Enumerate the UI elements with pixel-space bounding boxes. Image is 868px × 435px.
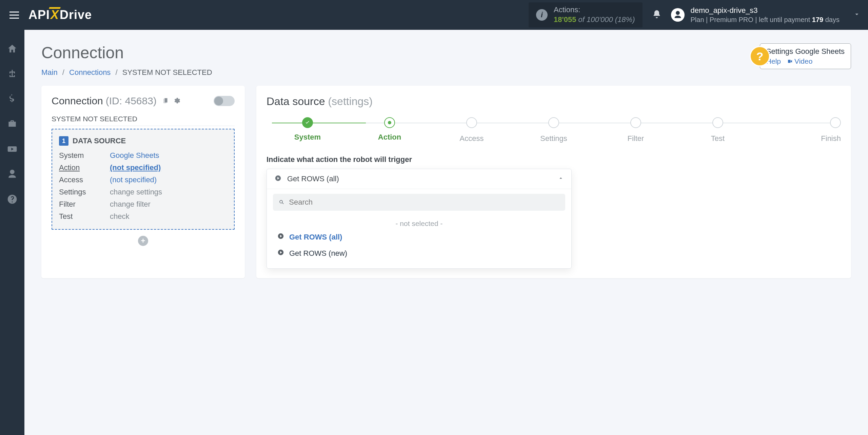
plan-days: 179: [812, 16, 823, 23]
connection-id: (ID: 45683): [106, 95, 157, 107]
right-title: Data source (settings): [267, 95, 841, 108]
sitemap-icon[interactable]: [7, 68, 18, 81]
user-name: demo_apix-drive_s3: [691, 6, 840, 16]
option-get-rows-all-label: Get ROWS (all): [289, 233, 342, 242]
brand-part2: Drive: [60, 8, 92, 22]
step-system-label: System: [267, 133, 349, 142]
row-action-k: Action: [59, 163, 103, 172]
action-select: Get ROWS (all) - not selected - Get ROWS…: [267, 169, 572, 269]
step-finish-label: Finish: [759, 134, 841, 143]
row-system-v[interactable]: Google Sheets: [110, 151, 227, 160]
question-icon[interactable]: [7, 194, 18, 206]
right-title-suffix: (settings): [328, 95, 373, 107]
home-icon[interactable]: [7, 43, 18, 56]
briefcase-icon[interactable]: [7, 119, 18, 131]
chevron-up-icon: [558, 175, 564, 183]
add-step-button[interactable]: +: [138, 236, 148, 246]
row-settings-k: Settings: [59, 188, 103, 196]
step-filter[interactable]: Filter: [595, 117, 677, 143]
user-block[interactable]: demo_apix-drive_s3 Plan | Premium PRO | …: [691, 6, 840, 24]
copy-icon[interactable]: [162, 95, 170, 107]
chevron-down-icon[interactable]: [840, 11, 861, 19]
select-search[interactable]: [273, 194, 565, 211]
plan-b: Premium PRO: [710, 16, 753, 23]
connection-title-text: Connection: [52, 95, 103, 107]
connection-title: Connection (ID: 45683): [52, 95, 235, 107]
help-widget: ? Settings Google Sheets Help Video: [760, 43, 851, 69]
progress-stepper: System Action Access Settings Filter: [267, 117, 841, 143]
row-settings-v[interactable]: change settings: [110, 188, 227, 196]
datasource-label: DATA SOURCE: [73, 137, 126, 145]
nav-sidebar: [0, 30, 24, 435]
video-link-text: Video: [794, 57, 812, 65]
step-filter-label: Filter: [595, 134, 677, 143]
select-dropdown: - not selected - Get ROWS (all) Get ROWS…: [267, 189, 571, 268]
video-icon: [787, 58, 793, 64]
row-test-k: Test: [59, 212, 103, 221]
top-header: API X Drive i Actions: 18'055 of 100'000…: [0, 0, 868, 30]
step-access-label: Access: [431, 134, 513, 143]
connection-subtitle: SYSTEM NOT SELECTED: [52, 115, 235, 126]
search-icon: [278, 199, 285, 206]
page-title: Connection: [41, 43, 851, 62]
brand-x: X: [51, 8, 59, 22]
plan-c: | left until payment: [755, 16, 812, 23]
option-get-rows-all[interactable]: Get ROWS (all): [276, 229, 563, 245]
row-test-v[interactable]: check: [110, 212, 227, 221]
datasource-header: 1 DATA SOURCE: [59, 136, 227, 146]
row-filter-k: Filter: [59, 200, 103, 209]
actions-of: of: [578, 15, 585, 24]
brand-logo[interactable]: API X Drive: [28, 8, 92, 22]
step-action-label: Action: [349, 133, 431, 142]
row-action-v[interactable]: (not specified): [110, 163, 227, 172]
step-test-label: Test: [677, 134, 759, 143]
actions-usage-box[interactable]: i Actions: 18'055 of 100'000 (18%): [529, 2, 642, 27]
step-action[interactable]: Action: [349, 117, 431, 142]
row-system-k: System: [59, 151, 103, 160]
actions-text: Actions: 18'055 of 100'000 (18%): [554, 5, 635, 24]
step-badge: 1: [59, 136, 68, 146]
main-area: Connection Main / Connections / SYSTEM N…: [24, 30, 868, 435]
gear-icon[interactable]: [173, 95, 180, 107]
row-filter-v[interactable]: change filter: [110, 200, 227, 209]
step-settings[interactable]: Settings: [513, 117, 595, 143]
bell-icon[interactable]: [652, 9, 662, 20]
step-access[interactable]: Access: [431, 117, 513, 143]
video-link[interactable]: Video: [787, 57, 812, 65]
datasource-box: 1 DATA SOURCE System Google Sheets Actio…: [52, 129, 235, 230]
play-icon: [277, 232, 284, 242]
option-get-rows-new[interactable]: Get ROWS (new): [276, 245, 563, 262]
plan-d: days: [825, 16, 840, 23]
step-test[interactable]: Test: [677, 117, 759, 143]
step-system[interactable]: System: [267, 117, 349, 142]
enable-toggle[interactable]: [214, 96, 235, 106]
crumb-connections[interactable]: Connections: [69, 68, 111, 77]
play-icon: [274, 174, 282, 183]
crumb-main[interactable]: Main: [41, 68, 58, 77]
option-empty[interactable]: - not selected -: [276, 220, 563, 228]
check-icon: [302, 117, 313, 128]
breadcrumb: Main / Connections / SYSTEM NOT SELECTED: [41, 68, 851, 77]
row-access-k: Access: [59, 175, 103, 184]
actions-used: 18'055: [554, 15, 576, 24]
option-get-rows-new-label: Get ROWS (new): [289, 249, 347, 258]
plan-line: Plan | Premium PRO | left until payment …: [691, 15, 840, 24]
instruction-label: Indicate what action the robot will trig…: [267, 155, 841, 164]
search-input[interactable]: [289, 198, 560, 207]
play-icon: [277, 249, 284, 258]
dollar-icon[interactable]: [7, 94, 18, 106]
datasource-settings-card: Data source (settings) System Action Acc…: [256, 86, 851, 278]
step-finish[interactable]: Finish: [759, 117, 841, 143]
step-settings-label: Settings: [513, 134, 595, 143]
youtube-icon[interactable]: [7, 144, 18, 156]
row-access-v[interactable]: (not specified): [110, 175, 227, 184]
avatar[interactable]: [671, 8, 685, 22]
select-toggle[interactable]: Get ROWS (all): [267, 169, 571, 189]
help-badge-icon[interactable]: ?: [751, 47, 769, 65]
user-icon[interactable]: [7, 169, 18, 181]
hamburger-icon[interactable]: [7, 9, 21, 21]
connection-card: Connection (ID: 45683) SYSTEM NOT SELECT…: [41, 86, 245, 278]
actions-pct: (18%): [615, 15, 635, 24]
help-title: Settings Google Sheets: [766, 47, 845, 56]
plan-a: Plan |: [691, 16, 708, 23]
